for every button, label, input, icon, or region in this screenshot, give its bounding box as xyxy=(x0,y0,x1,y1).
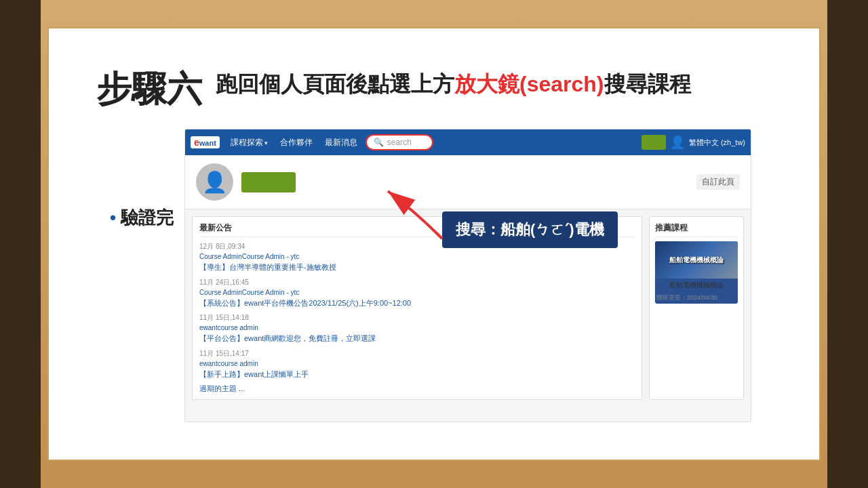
nav-green-button[interactable] xyxy=(642,135,666,150)
announce-time-3: 11月 15日,14:18 xyxy=(199,312,635,323)
announce-link-2[interactable]: 【系統公告】ewant平台停機公告2023/11/25(六)上午9:00~12:… xyxy=(199,298,635,309)
recommended-box: 推薦課程 船舶電機機械概論 船舶電機機械概論 開班至至：2024/04/30 xyxy=(649,216,744,400)
announce-author-3: ewantcourse admin xyxy=(199,323,635,333)
course-date-1: 開班至至：2024/04/30 xyxy=(655,292,738,304)
search-tooltip: 搜尋：船舶(ㄅㄛˊ)電機 xyxy=(442,211,618,248)
search-placeholder: search xyxy=(387,138,412,147)
left-panel xyxy=(0,0,41,488)
recommended-title: 推薦課程 xyxy=(655,222,738,237)
bullet-section: 驗證完 xyxy=(110,206,174,230)
step-number: 步驟六 xyxy=(96,66,202,113)
step-header: 步驟六 跑回個人頁面後點選上方放大鏡(search)搜尋課程 xyxy=(96,62,772,113)
search-box[interactable]: 🔍 search xyxy=(366,134,433,150)
course-img-label: 船舶電機機械概論 xyxy=(668,254,725,266)
course-card-1[interactable]: 船舶電機機械概論 船舶電機機械概論 開班至至：2024/04/30 xyxy=(655,241,738,304)
announce-author-4: ewantcourse admin xyxy=(199,359,635,369)
announce-link-4[interactable]: 【新手上路】ewant上課懶單上手 xyxy=(199,369,635,380)
announce-item-4: 11月 15日,14:17 ewantcourse admin 【新手上路】ew… xyxy=(199,348,635,380)
announce-link-3[interactable]: 【平台公告】ewant商網歡迎您，免費註冊，立即選課 xyxy=(199,333,635,344)
announce-time-4: 11月 15日,14:17 xyxy=(199,348,635,359)
right-panel xyxy=(827,0,868,488)
announce-time-2: 11月 24日,16:45 xyxy=(199,277,635,287)
announce-item-3: 11月 15日,14:18 ewantcourse admin 【平台公告】ew… xyxy=(199,312,635,344)
announce-item-2: 11月 24日,16:45 Course AdminCourse Admin -… xyxy=(199,277,635,309)
avatar: 👤 xyxy=(196,163,233,201)
profile-area: 👤 自訂此頁 xyxy=(185,155,751,209)
nav-user-icon[interactable]: 👤 xyxy=(670,135,685,150)
announce-link-1[interactable]: 【導生】台灣半導體的重要推手-施敏教授 xyxy=(199,262,635,273)
announce-author-1: Course AdminCourse Admin - ytc xyxy=(199,251,635,262)
nav-news[interactable]: 最新消息 xyxy=(321,134,361,151)
course-image-1: 船舶電機機械概論 xyxy=(655,241,738,279)
announce-more[interactable]: 過期的主題 ... xyxy=(199,384,635,394)
course-name-1: 船舶電機機械概論 xyxy=(655,279,738,292)
browser-mockup: ewant 課程探索▾ 合作夥伴 最新消息 🔍 search 👤 繁體中文 (z… xyxy=(184,129,751,422)
main-card: 步驟六 跑回個人頁面後點選上方放大鏡(search)搜尋課程 驗證完 ewant… xyxy=(47,27,821,461)
nav-language[interactable]: 繁體中文 (zh_tw) xyxy=(689,138,745,148)
customize-button[interactable]: 自訂此頁 xyxy=(696,174,740,190)
bullet-text: 驗證完 xyxy=(110,207,174,228)
announce-author-2: Course AdminCourse Admin - ytc xyxy=(199,287,635,298)
nav-bar: ewant 課程探索▾ 合作夥伴 最新消息 🔍 search 👤 繁體中文 (z… xyxy=(185,129,751,155)
search-icon: 🔍 xyxy=(374,138,384,147)
logo: ewant xyxy=(191,136,220,148)
profile-green-bar xyxy=(241,172,296,192)
step-description: 跑回個人頁面後點選上方放大鏡(search)搜尋課程 xyxy=(216,70,691,99)
nav-cooperate[interactable]: 合作夥伴 xyxy=(276,134,317,151)
nav-courses[interactable]: 課程探索▾ xyxy=(226,134,272,151)
